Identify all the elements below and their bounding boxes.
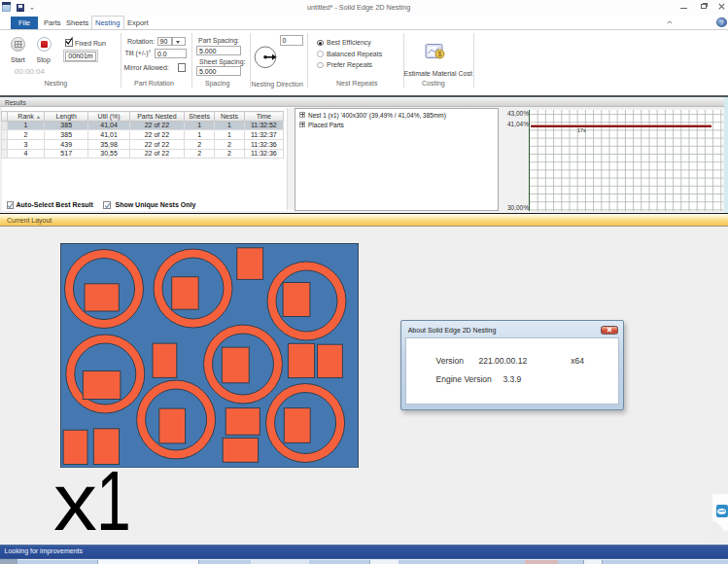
svg-text:$: $ — [438, 51, 442, 57]
